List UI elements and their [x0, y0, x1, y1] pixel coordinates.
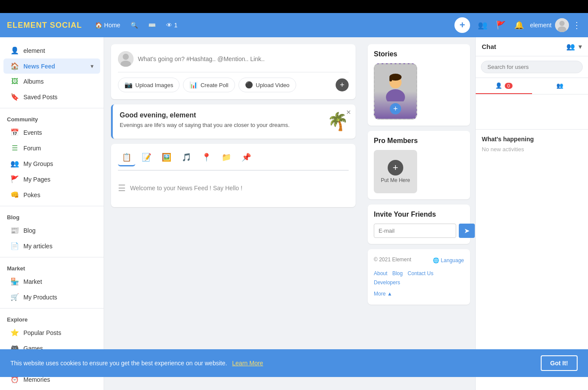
blog-link[interactable]: Blog	[392, 270, 403, 276]
explore-section-title: Explore	[0, 312, 104, 325]
sidebar-item-my-groups[interactable]: 👥 My Groups	[3, 156, 100, 171]
divider-1	[0, 108, 104, 108]
nav-watch[interactable]: 👁 1	[162, 19, 182, 31]
invite-send-button[interactable]: ➤	[459, 224, 475, 238]
popular-posts-label: Popular Posts	[23, 329, 61, 336]
albums-icon: 🖼	[10, 78, 19, 85]
pro-members-widget: Pro Members + Put Me Here	[368, 131, 470, 199]
header-avatar[interactable]	[555, 18, 569, 32]
story-card[interactable]: +	[374, 63, 417, 120]
avatar-svg	[555, 18, 569, 32]
svg-rect-10	[389, 77, 392, 81]
divider-2	[0, 206, 104, 206]
invite-title: Invite Your Friends	[374, 211, 464, 218]
about-link[interactable]: About	[374, 270, 387, 276]
upload-images-label: Upload Images	[135, 82, 173, 88]
upload-images-button[interactable]: 📷 Upload Images	[118, 78, 180, 92]
my-products-label: My Products	[23, 294, 57, 301]
greeting-content: Good evening, element Evenings are life'…	[120, 111, 290, 128]
app-logo[interactable]: ELEMENT SOCIAL	[7, 21, 82, 30]
my-articles-label: My articles	[23, 243, 52, 250]
chevron-down-icon: ▾	[91, 63, 93, 69]
friends-icon[interactable]: 👥	[475, 18, 490, 32]
create-poll-label: Create Poll	[200, 82, 228, 88]
header-username[interactable]: element	[530, 22, 552, 29]
saved-posts-icon: 🔖	[10, 93, 19, 101]
composer-top	[118, 51, 349, 67]
logo-text-element: ELEMENT	[7, 21, 47, 29]
pro-members-title: Pro Members	[374, 137, 464, 145]
bell-icon[interactable]: 🔔	[512, 18, 526, 32]
header-right: 👥 🚩 🔔 element ⋮	[475, 18, 581, 32]
sidebar-item-events[interactable]: 📅 Events	[3, 125, 100, 140]
sidebar-item-forum[interactable]: ☰ Forum	[3, 140, 100, 156]
tab-file[interactable]: 📁	[218, 149, 235, 166]
composer-avatar-svg	[118, 51, 134, 67]
tab-pin[interactable]: 📌	[238, 149, 255, 166]
sidebar-item-my-articles[interactable]: 📄 My articles	[3, 238, 100, 254]
tab-music[interactable]: 🎵	[178, 149, 195, 166]
my-products-icon: 🛒	[10, 293, 19, 301]
pro-member-add-icon: +	[388, 160, 403, 176]
more-options-composer-button[interactable]: +	[336, 78, 349, 91]
invite-email-input[interactable]	[374, 224, 456, 238]
close-greeting-button[interactable]: ✕	[346, 109, 351, 116]
tab-text[interactable]: 📝	[138, 149, 155, 166]
nav-keyboard[interactable]: ⌨️	[144, 19, 160, 31]
chat-tab-friends[interactable]: 👤 0	[476, 78, 532, 94]
sidebar-item-news-feed[interactable]: 🏠 News Feed ▾	[3, 58, 100, 74]
stories-title: Stories	[374, 50, 464, 58]
whats-happening-title: What's happening	[482, 136, 582, 143]
developers-link[interactable]: Developers	[374, 280, 400, 286]
create-poll-button[interactable]: 📊 Create Poll	[183, 78, 235, 92]
greeting-message: Evenings are life's way of saying that y…	[120, 122, 290, 128]
chat-tab-groups[interactable]: 👥	[532, 78, 588, 94]
sidebar-item-pokes[interactable]: 👊 Pokes	[3, 187, 100, 202]
sidebar-item-popular-posts[interactable]: ⭐ Popular Posts	[3, 325, 100, 340]
contact-us-link[interactable]: Contact Us	[408, 270, 433, 276]
sidebar-item-my-products[interactable]: 🛒 My Products	[3, 289, 100, 305]
tab-location[interactable]: 📍	[198, 149, 215, 166]
learn-more-link[interactable]: Learn More	[232, 360, 263, 367]
albums-label: Albums	[23, 78, 44, 85]
right-sidebar: Stories +	[363, 37, 475, 390]
chevron-down-chat-icon[interactable]: ▾	[578, 42, 582, 51]
tab-image[interactable]: 🖼️	[158, 149, 175, 166]
page-layout: 👤 element 🏠 News Feed ▾ 🖼 Albums 🔖 Saved…	[0, 37, 588, 390]
add-story-button[interactable]: +	[390, 103, 401, 114]
news-feed-icon: 🏠	[10, 62, 19, 70]
got-it-button[interactable]: Got It!	[541, 355, 578, 371]
nav-home[interactable]: 🏠 Home	[91, 19, 124, 31]
divider-3	[0, 257, 104, 257]
composer-actions: 📷 Upload Images 📊 Create Poll ⚫ Upload V…	[118, 72, 349, 92]
story-avatar-svg	[382, 71, 408, 101]
sidebar-item-albums[interactable]: 🖼 Albums	[3, 74, 100, 89]
sidebar-item-market[interactable]: 🏪 Market	[3, 274, 100, 289]
watch-count: 1	[174, 22, 177, 29]
chat-title: Chat	[482, 43, 496, 50]
post-input[interactable]	[138, 55, 349, 62]
sidebar-item-blog[interactable]: 📰 Blog	[3, 223, 100, 238]
nav-search[interactable]: 🔍	[126, 19, 142, 31]
market-label: Market	[23, 278, 42, 285]
news-feed-label: News Feed	[23, 63, 55, 70]
more-link[interactable]: More ▲	[374, 291, 392, 297]
add-friend-icon[interactable]: 👥	[566, 42, 575, 51]
add-post-button[interactable]: +	[454, 17, 470, 33]
tab-post[interactable]: 📋	[118, 149, 135, 166]
chat-empty-state	[476, 94, 588, 129]
sidebar-item-user[interactable]: 👤 element	[3, 43, 100, 58]
flag-icon[interactable]: 🚩	[493, 18, 508, 32]
market-section-title: Market	[0, 261, 104, 273]
sidebar-item-my-pages[interactable]: 🚩 My Pages	[3, 172, 100, 187]
chat-search-input[interactable]	[481, 61, 583, 73]
post-tabs-row: 📋 📝 🖼️ 🎵 📍 📁 📌	[118, 149, 349, 171]
top-black-bar	[0, 0, 588, 13]
more-options-button[interactable]: ⋮	[572, 20, 581, 30]
home-icon: 🏠	[95, 22, 102, 29]
language-link[interactable]: 🌐 Language	[433, 256, 464, 266]
upload-video-button[interactable]: ⚫ Upload Video	[238, 78, 296, 92]
sidebar-item-saved-posts[interactable]: 🔖 Saved Posts	[3, 89, 100, 104]
pro-member-card[interactable]: + Put Me Here	[374, 150, 417, 193]
tab-location-icon: 📍	[202, 153, 211, 162]
